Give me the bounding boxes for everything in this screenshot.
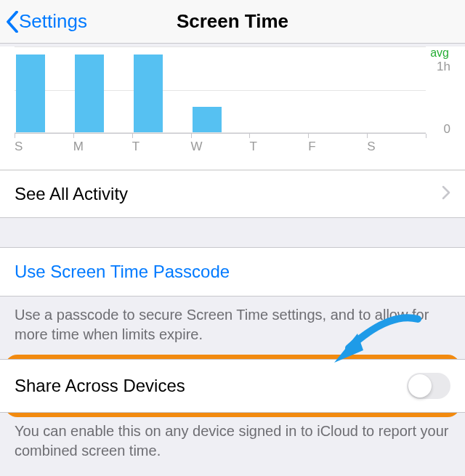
x-tick: T: [132, 140, 191, 154]
share-label: Share Across Devices: [15, 376, 185, 396]
back-button[interactable]: Settings: [6, 10, 87, 33]
chevron-left-icon: [6, 11, 19, 33]
chart-bars: [15, 47, 426, 134]
share-across-devices-row[interactable]: Share Across Devices: [0, 359, 465, 413]
navbar: Settings Screen Time: [0, 0, 465, 44]
use-passcode-label: Use Screen Time Passcode: [15, 262, 230, 282]
passcode-footer: Use a passcode to secure Screen Time set…: [0, 297, 465, 359]
toggle-knob: [408, 374, 432, 398]
x-tick: W: [191, 140, 250, 154]
share-toggle[interactable]: [407, 373, 450, 399]
see-all-label: See All Activity: [15, 184, 128, 204]
x-tick: M: [73, 140, 132, 154]
x-axis-labels: SMTWTFS: [15, 134, 450, 154]
y-axis-labels: 1h 0: [426, 47, 450, 134]
page-title: Screen Time: [177, 10, 288, 33]
x-tick: S: [367, 140, 426, 154]
chevron-right-icon: [442, 184, 450, 204]
chart-bar: [191, 107, 250, 133]
use-passcode-row[interactable]: Use Screen Time Passcode: [0, 247, 465, 297]
chart-bar: [132, 55, 191, 133]
x-tick: T: [249, 140, 308, 154]
chart-bar: [73, 55, 132, 133]
chart-bar: [15, 55, 73, 133]
x-tick: S: [15, 140, 73, 154]
see-all-activity-row[interactable]: See All Activity: [0, 170, 465, 218]
x-tick: F: [308, 140, 367, 154]
back-label: Settings: [19, 10, 87, 33]
share-footer: You can enable this on any device signed…: [0, 413, 465, 475]
share-row-highlight-wrap: Share Across Devices: [0, 359, 465, 413]
usage-chart: avg 1h 0 SMTWTFS: [0, 47, 465, 170]
